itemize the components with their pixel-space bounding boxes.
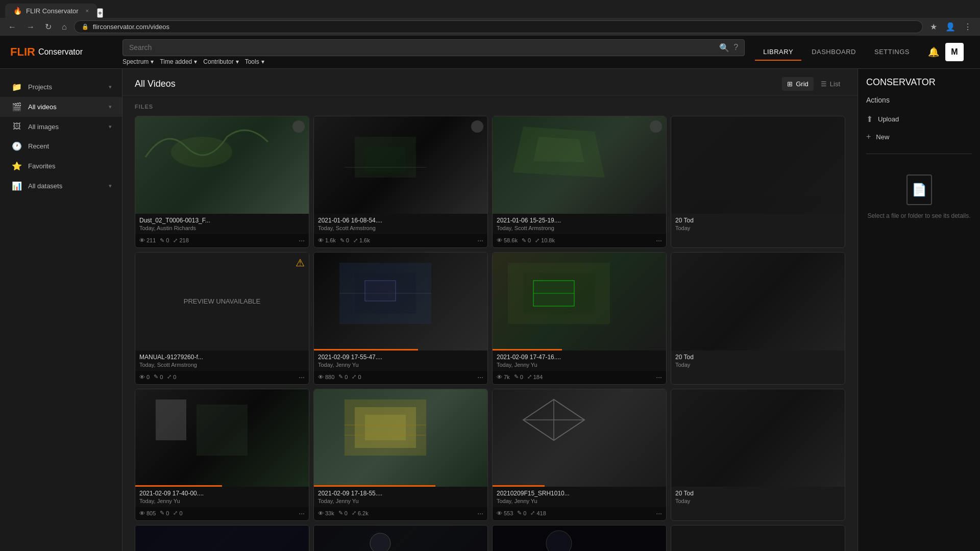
- video-info-11: 20210209F15_SRH1010... Today, Jenny Yu: [493, 487, 666, 507]
- app-container: FLIR Conservator 🔍 ? Spectrum ▾ Time add…: [0, 36, 980, 551]
- new-action[interactable]: + New: [866, 128, 972, 145]
- spectrum-filter[interactable]: Spectrum ▾: [122, 58, 154, 65]
- profile-button[interactable]: 👤: [942, 20, 959, 34]
- chevron-down-icon-3: ▾: [236, 58, 239, 65]
- back-button[interactable]: ←: [5, 20, 19, 34]
- svg-rect-16: [197, 405, 248, 456]
- user-avatar[interactable]: M: [945, 43, 964, 61]
- edit-icon-5: ✎: [154, 373, 158, 380]
- sidebar-item-all-datasets[interactable]: 📊 All datasets ▾: [0, 176, 122, 196]
- eye-icon-11: 👁: [497, 510, 502, 516]
- preview-unavailable-text: PREVIEW UNAVAILABLE: [184, 297, 261, 305]
- sidebar-item-all-videos[interactable]: 🎬 All videos ▾: [0, 97, 122, 117]
- browser-toolbar: ← → ↻ ⌂ 🔒 flirconservator.com/videos ★ 👤…: [0, 18, 980, 36]
- progress-bar-11: [493, 485, 545, 487]
- list-view-button[interactable]: ☰ List: [816, 77, 845, 91]
- video-info-10: 2021-02-09 17-18-55.... Today, Jenny Yu: [314, 487, 487, 507]
- video-card-12-partial[interactable]: 20 Tod Today: [671, 389, 845, 521]
- video-card-3[interactable]: 2021-01-06 15-25-19.... Today, Scott Arm…: [492, 116, 667, 248]
- edit-icon-2: ✎: [340, 237, 345, 244]
- search-button[interactable]: 🔍: [719, 43, 729, 53]
- video-card-14[interactable]: 20210209F12_SRH1010... Today, Jenny Yu: [313, 525, 488, 551]
- video-title-3: 2021-01-06 15-25-19....: [497, 217, 662, 224]
- sidebar-item-favorites[interactable]: ⭐ Favorites: [0, 156, 122, 176]
- eye-icon-6: 👁: [318, 374, 324, 380]
- video-info-7: 2021-02-09 17-47-16.... Today, Jenny Yu: [493, 350, 666, 371]
- sidebar-item-all-images[interactable]: 🖼 All images ▾: [0, 117, 122, 136]
- video-card-4-partial[interactable]: 20 Tod Today: [671, 116, 845, 248]
- search-input[interactable]: [129, 43, 715, 52]
- contributor-filter[interactable]: Contributor ▾: [203, 58, 238, 65]
- video-card-2[interactable]: 2021-01-06 16-08-54.... Today, Scott Arm…: [313, 116, 488, 248]
- panel-divider: [866, 154, 972, 154]
- svg-rect-15: [156, 399, 186, 440]
- stat-shares-5: ⤢ 0: [167, 373, 176, 380]
- more-button-7[interactable]: ···: [656, 373, 662, 381]
- new-tab-button[interactable]: +: [97, 8, 103, 18]
- eye-icon-3: 👁: [497, 237, 502, 243]
- video-card-9[interactable]: 2021-02-09 17-40-00.... Today, Jenny Yu …: [135, 389, 309, 521]
- more-button-5[interactable]: ···: [299, 373, 305, 381]
- empty-state: 📄 Select a file or folder to see its det…: [866, 174, 972, 220]
- stat-shares-1: ⤢ 218: [173, 237, 188, 244]
- home-button[interactable]: ⌂: [59, 20, 70, 34]
- more-button-3[interactable]: ···: [656, 236, 662, 244]
- page-title: All Videos: [135, 79, 176, 89]
- header-right: 🔔 M: [928, 43, 970, 61]
- aerial-visual-10: [314, 389, 487, 487]
- bookmark-button[interactable]: ★: [927, 20, 940, 34]
- video-card-15[interactable]: 20210209F12_SRH1010... Today, Jenny Yu: [492, 525, 667, 551]
- video-card-11[interactable]: 20210209F15_SRH1010... Today, Jenny Yu 👁…: [492, 389, 667, 521]
- video-card-8-partial[interactable]: 20 Tod Today: [671, 252, 845, 384]
- video-info-5: MANUAL-91279260-f... Today, Scott Armstr…: [135, 350, 309, 371]
- aerial-visual-6: [314, 253, 487, 350]
- more-button-9[interactable]: ···: [299, 509, 305, 517]
- video-card-7[interactable]: 2021-02-09 17-47-16.... Today, Jenny Yu …: [492, 252, 667, 384]
- sidebar-item-recent[interactable]: 🕐 Recent: [0, 136, 122, 156]
- more-button-10[interactable]: ···: [477, 509, 483, 517]
- video-info-6: 2021-02-09 17-55-47.... Today, Jenny Yu: [314, 350, 487, 371]
- menu-button[interactable]: ⋮: [961, 20, 975, 34]
- svg-rect-10: [365, 281, 396, 301]
- video-card-16-partial[interactable]: 20 Tod: [671, 525, 845, 551]
- stat-edits-6: ✎ 0: [338, 373, 348, 380]
- video-card-1[interactable]: Dust_02_T0006-0013_F... Today, Austin Ri…: [135, 116, 309, 248]
- more-button-11[interactable]: ···: [656, 509, 662, 517]
- grid-view-button[interactable]: ⊞ Grid: [782, 77, 814, 91]
- nav-settings[interactable]: SETTINGS: [866, 44, 918, 61]
- header-nav: LIBRARY DASHBOARD SETTINGS: [755, 44, 918, 61]
- more-button-1[interactable]: ···: [299, 236, 305, 244]
- address-bar[interactable]: 🔒 flirconservator.com/videos: [74, 20, 923, 33]
- video-card-5[interactable]: ⚠ PREVIEW UNAVAILABLE MANUAL-91279260-f.…: [135, 252, 309, 384]
- more-button-2[interactable]: ···: [477, 236, 483, 244]
- video-thumbnail-7: [493, 253, 666, 350]
- time-added-filter[interactable]: Time added ▾: [160, 58, 197, 65]
- video-thumbnail-6: [314, 253, 487, 350]
- refresh-button[interactable]: ↻: [42, 20, 55, 34]
- sidebar-label-all-videos: All videos: [28, 103, 57, 111]
- help-button[interactable]: ?: [733, 43, 738, 52]
- video-card-10[interactable]: 2021-02-09 17-18-55.... Today, Jenny Yu …: [313, 389, 488, 521]
- sidebar-item-projects[interactable]: 📁 Projects ▾: [0, 77, 122, 97]
- content-header: All Videos ⊞ Grid ☰ List: [122, 69, 857, 95]
- video-thumbnail-5: ⚠ PREVIEW UNAVAILABLE: [135, 253, 309, 350]
- nav-dashboard[interactable]: DASHBOARD: [803, 44, 864, 61]
- active-tab[interactable]: 🔥 FLIR Conservator ×: [5, 4, 97, 18]
- nav-library[interactable]: LIBRARY: [755, 44, 801, 61]
- favorites-icon: ⭐: [12, 161, 22, 171]
- aerial-visual-13: [135, 525, 309, 551]
- video-info-9: 2021-02-09 17-40-00.... Today, Jenny Yu: [135, 487, 309, 507]
- video-card-6[interactable]: 2021-02-09 17-55-47.... Today, Jenny Yu …: [313, 252, 488, 384]
- stat-views-10: 👁 33k: [318, 510, 334, 516]
- notification-button[interactable]: 🔔: [928, 46, 939, 58]
- sidebar-label-favorites: Favorites: [28, 162, 55, 170]
- more-button-6[interactable]: ···: [477, 373, 483, 381]
- aerial-visual-4: [671, 116, 845, 214]
- forward-button[interactable]: →: [23, 20, 38, 34]
- warning-icon-5: ⚠: [296, 257, 305, 269]
- upload-action[interactable]: ⬆ Upload: [866, 110, 972, 128]
- stat-shares-7: ⤢ 184: [527, 373, 543, 380]
- video-card-13[interactable]: 20210209F13_SRH1010... Today, Jenny Yu: [135, 525, 309, 551]
- close-tab-button[interactable]: ×: [86, 8, 89, 14]
- tools-filter[interactable]: Tools ▾: [245, 58, 264, 65]
